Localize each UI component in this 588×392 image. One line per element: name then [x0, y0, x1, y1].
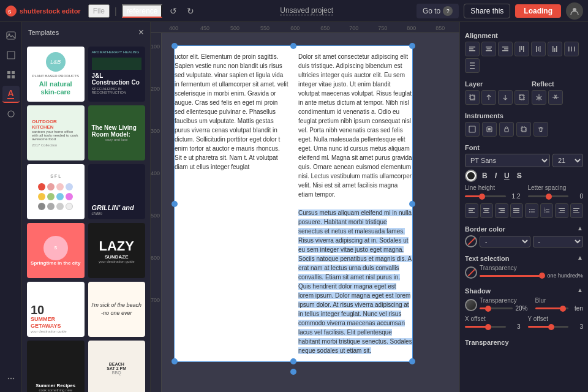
reflect-h-button[interactable]: [532, 90, 546, 105]
border-style-select-2[interactable]: -: [533, 236, 584, 247]
anchor-mr[interactable]: [409, 201, 415, 207]
strikethrough-button[interactable]: S: [514, 171, 524, 181]
list-unordered-button[interactable]: [525, 203, 538, 218]
text-selection-swatch[interactable]: [465, 266, 477, 279]
italic-button[interactable]: I: [492, 171, 499, 181]
template-card-8[interactable]: LAZY SUNDAZE your destination guide: [88, 223, 146, 278]
instrument-1-button[interactable]: [465, 122, 480, 137]
loading-button[interactable]: Loading: [515, 4, 561, 18]
instrument-2-button[interactable]: [482, 122, 497, 137]
border-style-select-1[interactable]: -: [480, 236, 530, 247]
template-card-7[interactable]: S Springtime in the city: [27, 223, 85, 278]
instrument-lock-button[interactable]: [499, 122, 514, 137]
reference-menu[interactable]: reference: [122, 4, 163, 18]
align-top-button[interactable]: [514, 42, 529, 56]
anchor-tl[interactable]: [172, 43, 178, 49]
template-card-12[interactable]: BEACH SAT 2 PM BBQ: [88, 341, 146, 392]
anchor-bm[interactable]: [290, 358, 296, 364]
user-avatar[interactable]: [566, 2, 583, 20]
border-color-swatch[interactable]: [465, 235, 477, 247]
layer-front-button[interactable]: [465, 90, 480, 105]
indent-button[interactable]: [555, 203, 568, 218]
shadow-y-thumb[interactable]: [548, 324, 554, 330]
shadow-y-slider[interactable]: [528, 326, 569, 328]
undo-button[interactable]: ↺: [167, 5, 179, 17]
rotate-handle[interactable]: [290, 369, 296, 375]
instrument-delete-button[interactable]: [533, 122, 548, 137]
shadow-blur-thumb[interactable]: [560, 306, 566, 312]
unsaved-project-label[interactable]: Unsaved project: [280, 6, 333, 15]
bold-button[interactable]: B: [480, 171, 490, 181]
border-chevron[interactable]: ▲: [577, 225, 583, 232]
layer-back-button[interactable]: [514, 90, 529, 105]
shadow-chevron[interactable]: ▲: [577, 287, 583, 293]
outdent-button[interactable]: [570, 203, 584, 218]
reflect-v-button[interactable]: [548, 90, 563, 105]
anchor-ml[interactable]: [172, 201, 178, 207]
font-size-select[interactable]: 21 18 24: [552, 154, 583, 167]
goto-button[interactable]: Go to ?: [417, 4, 459, 18]
redo-button[interactable]: ↻: [184, 5, 197, 17]
shadow-blur-slider[interactable]: [535, 307, 569, 309]
grid-tool[interactable]: [2, 66, 20, 83]
distribute-h-button[interactable]: [564, 42, 579, 56]
instrument-copy-button[interactable]: [516, 122, 531, 137]
shadow-color-swatch[interactable]: [465, 299, 477, 311]
more-tool[interactable]: [2, 370, 20, 387]
share-button[interactable]: Share this: [464, 4, 510, 18]
close-panel-button[interactable]: ×: [138, 27, 144, 38]
svg-rect-73: [573, 212, 579, 213]
align-bottom-button[interactable]: [548, 42, 562, 56]
template-card-6[interactable]: GRILLIN' and chillin: [88, 164, 146, 219]
layers-tool[interactable]: [2, 47, 20, 64]
canvas-scroll-area[interactable]: uctor elit. Elementum de proin sagittis.…: [162, 33, 459, 392]
align-center-button[interactable]: [481, 42, 496, 56]
line-height-thumb[interactable]: [479, 194, 485, 200]
line-height-slider[interactable]: [465, 195, 506, 197]
file-menu[interactable]: File: [88, 4, 110, 18]
underline-button[interactable]: U: [502, 171, 512, 181]
template-card-4[interactable]: The New Living Room Model: cozy and luxe: [88, 105, 146, 160]
template-card-10[interactable]: I'm sick of the beach -no one ever: [88, 282, 146, 337]
shadow-transparency-thumb[interactable]: [485, 306, 491, 312]
text-selection-chevron[interactable]: ▲: [577, 254, 583, 261]
list-ordered-button[interactable]: 1.2.: [540, 203, 554, 218]
template-card-2[interactable]: AROMATHERAPY HEALING J&L Construction Co…: [88, 47, 146, 102]
shadow-x-thumb[interactable]: [485, 324, 491, 330]
anchor-tr[interactable]: [409, 43, 415, 49]
anchor-bl[interactable]: [172, 358, 178, 364]
canvas-page[interactable]: uctor elit. Elementum de proin sagittis.…: [174, 45, 413, 362]
distribute-v-button[interactable]: [465, 58, 480, 73]
shadow-x-slider[interactable]: [465, 326, 506, 328]
transparency-slider[interactable]: [480, 275, 544, 277]
template-card-3[interactable]: OUTDOOR KITCHEN canteen your home office…: [27, 105, 85, 160]
anchor-tm[interactable]: [290, 43, 296, 49]
highlighted-text-block[interactable]: Cursus metus aliquam eleifend mi in null…: [298, 209, 412, 354]
anchor-br[interactable]: [409, 358, 415, 364]
text-align-center-button[interactable]: [480, 203, 494, 218]
template-card-1[interactable]: L&B PLANT BASED PRODUCTS All natural ski…: [27, 47, 85, 102]
shadow-transparency-label: Transparency: [480, 297, 528, 304]
text-align-right-button[interactable]: [495, 203, 508, 218]
align-left-button[interactable]: [465, 42, 480, 56]
images-tool[interactable]: [2, 27, 20, 44]
layer-down-button[interactable]: [498, 90, 513, 105]
svg-rect-48: [469, 208, 475, 209]
text-align-justify-button[interactable]: [510, 203, 524, 218]
align-right-button[interactable]: [498, 42, 513, 56]
template-card-5[interactable]: S F L: [27, 164, 85, 219]
template-card-11[interactable]: Summer Recipes cook something new: [27, 341, 85, 392]
letter-spacing-thumb[interactable]: [546, 194, 552, 200]
svg-rect-53: [483, 212, 489, 213]
color-swatch[interactable]: [465, 170, 477, 182]
text-align-left-button[interactable]: [465, 203, 478, 218]
template-card-9[interactable]: 10 SUMMER GETAWAYS your destination guid…: [27, 282, 85, 337]
font-family-select[interactable]: PT Sans Arial Helvetica Georgia: [465, 154, 550, 167]
shapes-tool[interactable]: [2, 105, 20, 123]
layer-up-button[interactable]: [481, 90, 496, 105]
align-middle-button[interactable]: [531, 42, 546, 56]
transparency-thumb[interactable]: [539, 273, 545, 279]
shadow-transparency-slider[interactable]: [480, 307, 513, 309]
letter-spacing-slider[interactable]: [528, 195, 569, 197]
text-tool[interactable]: A: [2, 86, 20, 103]
